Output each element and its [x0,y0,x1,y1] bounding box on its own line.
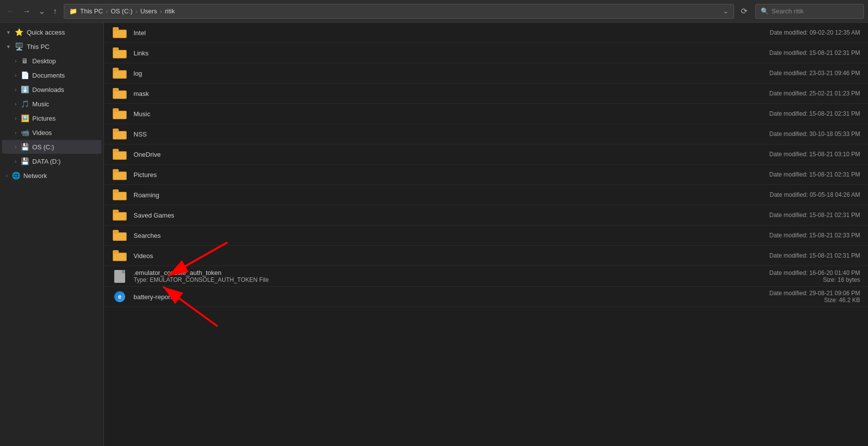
file-name-col: Links [134,49,706,57]
file-name-col: Roaming [134,191,706,199]
file-icon [112,188,128,202]
forward-button[interactable]: → [20,5,34,18]
sidebar-item-os[interactable]: › 💾 OS (C:) [2,140,101,154]
pictures-label: Pictures [32,115,55,122]
file-date: Date modified: 15-08-21 02:31 PM [712,49,860,56]
file-date: Date modified: 15-08-21 02:33 PM [712,232,860,239]
expand-data: › [15,159,16,164]
file-name: Searches [134,232,161,239]
table-row[interactable]: .emulator_console_auth_tokenType: EMULAT… [104,266,868,287]
folder-icon: 📁 [69,7,77,15]
search-placeholder: Search ritik [772,7,804,15]
sidebar-item-network[interactable]: › 🌐 Network [2,169,101,182]
table-row[interactable]: logDate modified: 23-03-21 09:46 PM [104,63,868,84]
sidebar-item-quick-access[interactable]: ▼ ⭐ Quick access [2,25,101,39]
quick-access-label: Quick access [27,29,65,36]
file-date: Date modified: 16-06-20 01:40 PM Size: 1… [712,269,860,283]
table-row[interactable]: RoamingDate modified: 05-05-18 04:26 AM [104,185,868,205]
table-row[interactable]: SearchesDate modified: 15-08-21 02:33 PM [104,225,868,246]
file-name-col: mask [134,90,706,97]
expand-os: › [15,144,16,150]
breadcrumb-users[interactable]: Users [140,7,157,15]
sidebar-item-music[interactable]: › 🎵 Music [2,97,101,111]
file-name: battery-report [134,293,172,301]
file-date: Date modified: 23-03-21 09:46 PM [712,70,860,77]
search-icon: 🔍 [761,7,769,15]
table-row[interactable]: PicturesDate modified: 15-08-21 02:31 PM [104,165,868,185]
expand-network: › [6,173,7,178]
breadcrumb-osc[interactable]: OS (C:) [111,7,133,15]
recent-button[interactable]: ⌄ [36,4,48,18]
file-date: Date modified: 09-02-20 12:35 AM [712,29,860,36]
sidebar: ▼ ⭐ Quick access ▼ 🖥️ This PC › 🖥 Deskto… [0,23,104,446]
file-name: NSS [134,131,147,138]
file-icon: e [112,290,128,304]
table-row[interactable]: OneDriveDate modified: 15-08-21 03:10 PM [104,144,868,165]
file-date: Date modified: 15-08-21 02:31 PM [712,110,860,117]
file-icon [112,127,128,141]
file-icon [112,168,128,181]
table-row[interactable]: VideosDate modified: 15-08-21 02:31 PM [104,246,868,266]
file-name: mask [134,90,149,97]
sidebar-item-videos[interactable]: › 📹 Videos [2,126,101,139]
main-layout: ▼ ⭐ Quick access ▼ 🖥️ This PC › 🖥 Deskto… [0,23,868,446]
file-name: Saved Games [134,212,174,219]
documents-label: Documents [32,72,65,79]
sidebar-item-this-pc[interactable]: ▼ 🖥️ This PC [2,40,101,53]
breadcrumb-thispc[interactable]: This PC [80,7,103,15]
breadcrumb-ritik[interactable]: ritik [165,7,175,15]
file-icon [112,26,128,40]
file-name: Videos [134,252,153,260]
expand-docs: › [15,73,16,78]
table-row[interactable]: NSSDate modified: 30-10-18 05:33 PM [104,124,868,144]
up-button[interactable]: ↑ [50,5,60,18]
expand-desktop: › [15,58,16,64]
music-icon: 🎵 [20,99,29,108]
sidebar-item-desktop[interactable]: › 🖥 Desktop [2,54,101,68]
file-name: OneDrive [134,151,161,158]
expand-music: › [15,101,16,107]
expand-videos: › [15,130,16,135]
file-icon [112,228,128,242]
file-date: Date modified: 05-05-18 04:26 AM [712,191,860,198]
desktop-label: Desktop [32,57,56,65]
file-date: Date modified: 15-08-21 02:31 PM [712,171,860,178]
expand-downloads: › [15,87,16,92]
sidebar-item-data[interactable]: › 💾 DATA (D:) [2,154,101,168]
sidebar-item-pictures[interactable]: › 🖼️ Pictures [2,111,101,125]
sep1: › [106,8,108,14]
file-name-col: log [134,70,706,77]
refresh-button[interactable]: ⟳ [737,4,751,18]
table-row[interactable]: Saved GamesDate modified: 15-08-21 02:31… [104,205,868,225]
address-bar[interactable]: 📁 This PC › OS (C:) › Users › ritik ⌄ [64,4,734,19]
network-label: Network [23,172,47,179]
file-name-col: Pictures [134,171,706,178]
file-name-col: Intel [134,29,706,37]
table-row[interactable]: MusicDate modified: 15-08-21 02:31 PM [104,104,868,124]
address-dropdown[interactable]: ⌄ [723,7,729,15]
sidebar-item-downloads[interactable]: › ⬇️ Downloads [2,83,101,96]
network-icon: 🌐 [11,171,20,180]
file-date: Date modified: 15-08-21 03:10 PM [712,151,860,158]
file-name: Links [134,49,148,57]
videos-icon: 📹 [20,128,29,137]
file-date: Date modified: 25-02-21 01:23 PM [712,90,860,97]
table-row[interactable]: LinksDate modified: 15-08-21 02:31 PM [104,43,868,63]
search-box[interactable]: 🔍 Search ritik [755,4,864,19]
file-icon [112,147,128,161]
downloads-label: Downloads [32,86,64,93]
table-row[interactable]: IntelDate modified: 09-02-20 12:35 AM [104,23,868,43]
sidebar-item-documents[interactable]: › 📄 Documents [2,68,101,82]
file-date: Date modified: 29-08-21 09:06 PM Size: 4… [712,290,860,304]
pictures-icon: 🖼️ [20,114,29,123]
table-row[interactable]: maskDate modified: 25-02-21 01:23 PM [104,84,868,104]
os-icon: 💾 [20,142,29,151]
content-area: IntelDate modified: 09-02-20 12:35 AMLin… [104,23,868,446]
back-button[interactable]: ← [4,5,18,18]
table-row[interactable]: ebattery-reportDate modified: 29-08-21 0… [104,287,868,307]
sep2: › [136,8,137,14]
file-list: IntelDate modified: 09-02-20 12:35 AMLin… [104,23,868,307]
os-label: OS (C:) [32,143,54,151]
file-name-col: battery-report [134,293,706,301]
data-label: DATA (D:) [32,158,60,165]
